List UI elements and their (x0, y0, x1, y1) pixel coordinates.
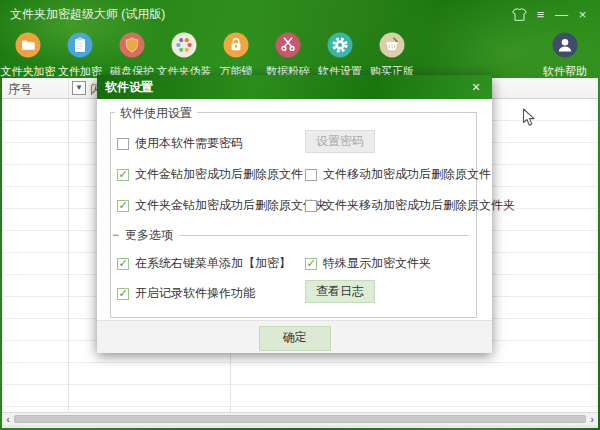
toolbar-item-settings[interactable]: 软件设置 (314, 32, 366, 78)
scrollbar-thumb[interactable] (14, 415, 586, 423)
checkbox-file-move-delete[interactable]: 文件移动加密成功后删除原文件 (305, 166, 491, 183)
toolbar-item-folder-disguise[interactable]: 文件夹伪装 (158, 32, 210, 78)
more-options-label: 更多选项 (125, 227, 173, 244)
column-header-serial: 序号 (8, 81, 32, 98)
dialog-close-icon[interactable]: × (468, 79, 484, 95)
set-password-button[interactable]: 设置密码 (305, 130, 375, 153)
checkbox-box[interactable] (305, 200, 317, 212)
toolbar-item-file-encrypt[interactable]: 文件加密 (54, 32, 106, 78)
palette-icon (171, 32, 197, 62)
toolbar-item-label: 文件夹加密 (1, 64, 56, 79)
minimize-icon[interactable]: — (554, 7, 569, 22)
checkbox-box[interactable]: ✓ (117, 258, 129, 270)
toolbar-item-folder-encrypt[interactable]: 文件夹加密 (2, 32, 54, 78)
mouse-cursor (522, 108, 536, 131)
checkbox-box[interactable] (305, 169, 317, 181)
scroll-left-icon[interactable]: ‹ (3, 413, 13, 425)
toolbar-item-label: 文件加密 (58, 64, 102, 79)
dialog-title-bar: 软件设置 × (97, 75, 492, 99)
checkbox-box[interactable]: ✓ (117, 200, 129, 212)
basket-icon (379, 32, 405, 62)
collapse-icon[interactable]: − (112, 228, 119, 242)
view-log-button[interactable]: 查看日志 (305, 280, 375, 303)
checkbox-require-password[interactable]: 使用本软件需要密码 (117, 135, 243, 152)
checkbox-label: 开启记录软件操作功能 (135, 285, 255, 302)
title-bar: 文件夹加密超级大师 (试用版) ≡ — × (0, 0, 600, 28)
window-bottom-strip (2, 425, 598, 428)
dialog-title: 软件设置 (105, 79, 153, 96)
scroll-right-icon[interactable]: › (587, 413, 597, 425)
checkbox-box[interactable]: ✓ (117, 169, 129, 181)
person-icon (552, 32, 578, 62)
window-controls: ≡ — × (512, 7, 590, 22)
ok-button[interactable]: 确定 (259, 326, 331, 351)
dialog-footer: 确定 (97, 320, 492, 353)
folder-icon (15, 32, 41, 62)
checkbox-label: 文件夹移动加密成功后删除原文件夹 (323, 197, 515, 214)
lock-icon (223, 32, 249, 62)
checkbox-label: 文件金钻加密成功后删除原文件 (135, 166, 303, 183)
checkbox-box[interactable]: ✓ (117, 288, 129, 300)
checkbox-label: 使用本软件需要密码 (135, 135, 243, 152)
skin-icon[interactable] (512, 8, 527, 21)
checkbox-label: 文件夹金钻加密成功后删除原文件夹 (135, 197, 327, 214)
toolbar-item-help[interactable]: 软件帮助 (539, 32, 591, 78)
dialog-body: 软件使用设置 使用本软件需要密码 设置密码 ✓ 文件金钻加密成功后删除原文件 文… (97, 99, 492, 320)
checkbox-context-menu[interactable]: ✓ 在系统右键菜单添加【加密】 (117, 255, 291, 272)
shield-icon (119, 32, 145, 62)
window-title: 文件夹加密超级大师 (试用版) (10, 6, 165, 23)
checkbox-label: 文件移动加密成功后删除原文件 (323, 166, 491, 183)
checkbox-special-display[interactable]: ✓ 特殊显示加密文件夹 (305, 255, 431, 272)
checkbox-folder-diamond-delete[interactable]: ✓ 文件夹金钻加密成功后删除原文件夹 (117, 197, 327, 214)
app-window: 文件夹加密超级大师 (试用版) ≡ — × 文件夹加密 文件加密 磁盘保护 文件… (0, 0, 600, 430)
toolbar-item-data-shred[interactable]: 数据粉碎 (262, 32, 314, 78)
settings-dialog: 软件设置 × 软件使用设置 使用本软件需要密码 设置密码 ✓ 文件金钻加密成功后… (97, 75, 492, 353)
toolbar-item-universal-lock[interactable]: 万能锁 (210, 32, 262, 78)
scissors-icon (275, 32, 301, 62)
checkbox-label: 在系统右键菜单添加【加密】 (135, 255, 291, 272)
gear-icon (327, 32, 353, 62)
checkbox-label: 特殊显示加密文件夹 (323, 255, 431, 272)
clipboard-icon (67, 32, 93, 62)
groupbox-title: 软件使用设置 (115, 105, 197, 122)
checkbox-file-diamond-delete[interactable]: ✓ 文件金钻加密成功后删除原文件 (117, 166, 303, 183)
separator-line (179, 235, 468, 236)
toolbar: 文件夹加密 文件加密 磁盘保护 文件夹伪装 万能锁 数据粉碎 软件设置 购买正 (0, 28, 600, 78)
filter-dropdown-icon[interactable]: ▼ (72, 81, 86, 95)
more-options-separator: − 更多选项 (112, 227, 468, 243)
checkbox-folder-move-delete[interactable]: 文件夹移动加密成功后删除原文件夹 (305, 197, 515, 214)
column-divider (68, 78, 69, 412)
checkbox-operation-log[interactable]: ✓ 开启记录软件操作功能 (117, 285, 255, 302)
menu-icon[interactable]: ≡ (533, 7, 548, 22)
toolbar-item-label: 软件帮助 (543, 64, 587, 79)
close-icon[interactable]: × (575, 7, 590, 22)
checkbox-box[interactable] (117, 138, 129, 150)
checkbox-box[interactable]: ✓ (305, 258, 317, 270)
horizontal-scrollbar[interactable]: ‹ › (2, 412, 598, 425)
toolbar-item-buy-genuine[interactable]: 购买正版 (366, 32, 418, 78)
toolbar-item-disk-protect[interactable]: 磁盘保护 (106, 32, 158, 78)
